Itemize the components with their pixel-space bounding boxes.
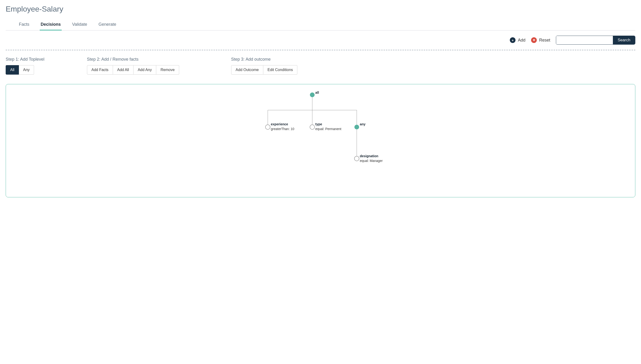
search-input[interactable] (556, 36, 613, 44)
close-icon: ✕ (531, 37, 537, 43)
node-experience[interactable] (265, 125, 270, 129)
node-all[interactable] (310, 92, 315, 97)
node-designation-label: designation (360, 154, 378, 158)
step3-buttons: Add Outcome Edit Conditions (231, 65, 297, 74)
any-button[interactable]: Any (19, 65, 34, 74)
node-all-label: all (315, 91, 319, 94)
node-experience-sub: greaterThan: 10 (271, 127, 294, 131)
node-type[interactable] (310, 125, 315, 129)
steps-row: Step 1: Add Toplevel All Any Step 2: Add… (6, 57, 635, 74)
divider (6, 50, 635, 50)
reset-label: Reset (539, 38, 550, 43)
tab-validate[interactable]: Validate (71, 20, 88, 30)
add-button[interactable]: + Add (510, 37, 525, 43)
all-button[interactable]: All (6, 65, 19, 74)
node-type-sub: equal: Permanent (315, 127, 341, 131)
step2-group: Step 2: Add / Remove facts Add Facts Add… (87, 57, 179, 74)
plus-icon: + (510, 37, 516, 43)
toolbar: + Add ✕ Reset Search (6, 30, 635, 50)
node-designation[interactable] (354, 156, 359, 161)
tab-facts[interactable]: Facts (18, 20, 30, 30)
reset-button[interactable]: ✕ Reset (531, 37, 550, 43)
node-experience-label: experience (271, 122, 288, 126)
step3-group: Step 3: Add outcome Add Outcome Edit Con… (231, 57, 297, 74)
add-label: Add (518, 38, 525, 43)
node-any-label: any (360, 122, 365, 126)
step1-buttons: All Any (6, 65, 45, 74)
tab-generate[interactable]: Generate (98, 20, 117, 30)
remove-button[interactable]: Remove (156, 65, 179, 74)
step2-buttons: Add Facts Add All Add Any Remove (87, 65, 179, 74)
add-outcome-button[interactable]: Add Outcome (231, 65, 263, 74)
search-wrap: Search (556, 36, 635, 44)
step1-group: Step 1: Add Toplevel All Any (6, 57, 45, 74)
tabs: Facts Decisions Validate Generate (6, 20, 635, 30)
node-any[interactable] (354, 125, 359, 129)
page-title: Employee-Salary (6, 5, 635, 14)
step2-title: Step 2: Add / Remove facts (87, 57, 179, 62)
edit-conditions-button[interactable]: Edit Conditions (263, 65, 298, 74)
node-type-label: type (315, 122, 322, 126)
node-designation-sub: equal: Manager (360, 159, 383, 163)
step1-title: Step 1: Add Toplevel (6, 57, 45, 62)
add-any-button[interactable]: Add Any (134, 65, 156, 74)
add-facts-button[interactable]: Add Facts (87, 65, 113, 74)
decision-tree-canvas[interactable]: all experience greaterThan: 10 type equa… (6, 84, 635, 197)
tab-decisions[interactable]: Decisions (40, 20, 62, 30)
search-button[interactable]: Search (613, 36, 635, 44)
step3-title: Step 3: Add outcome (231, 57, 297, 62)
add-all-button[interactable]: Add All (113, 65, 134, 74)
